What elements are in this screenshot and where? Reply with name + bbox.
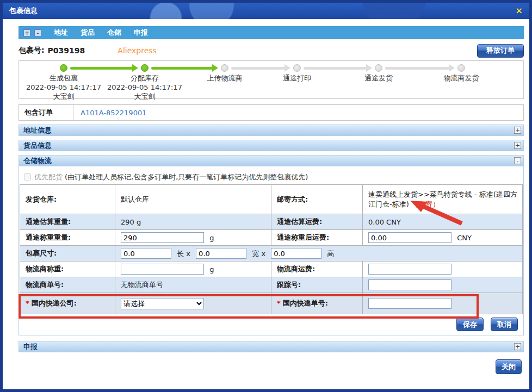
contained-order-label: 包含订单 xyxy=(19,105,73,120)
priority-note: (由订单处理人员标记,包含多订单时,只要有一笔订单标记为优先则整包裹优先) xyxy=(65,172,308,182)
carrier-fee-cell xyxy=(363,262,523,277)
package-size-label: 包裹尺寸: xyxy=(20,246,115,262)
step-dot-done xyxy=(141,64,149,72)
expand-all-icon[interactable]: + xyxy=(23,29,30,36)
est-weight-label: 通途估算重量: xyxy=(20,214,115,230)
postal-method-label: 邮寄方式: xyxy=(271,185,363,214)
tracking-number-cell xyxy=(363,277,523,293)
toolbar: + - 地址 货品 仓储 申报 xyxy=(18,26,524,39)
progress-arrow-pending xyxy=(231,67,285,70)
package-info-dialog: 包裹信息 × + - 地址 货品 仓储 申报 包裹号: P039198 Alie… xyxy=(0,0,532,392)
tracking-number-input[interactable] xyxy=(368,279,451,290)
domestic-number-label-cell: *国内快递单号: xyxy=(271,293,363,314)
domestic-number-input[interactable] xyxy=(368,298,451,309)
postal-self-send-flag: （自寄） xyxy=(411,200,440,208)
contained-order-link[interactable]: A101A-852219001 xyxy=(73,105,146,120)
step-dot-pending xyxy=(293,64,301,72)
domestic-company-label: 国内快递公司: xyxy=(32,299,77,307)
domestic-company-cell: 请选择 xyxy=(115,293,271,314)
collapse-all-icon[interactable]: - xyxy=(34,29,41,36)
dialog-content: + - 地址 货品 仓储 申报 包裹号: P039198 Aliexpress … xyxy=(3,19,529,374)
priority-row: 优先配货 (由订单处理人员标记,包含多订单时,只要有一笔订单标记为优先则整包裹优… xyxy=(20,170,523,184)
domestic-company-label-cell: *国内快递公司: xyxy=(20,293,115,314)
collapse-icon[interactable]: - xyxy=(514,157,521,164)
package-header-row: 包裹号: P039198 Aliexpress 释放订单 xyxy=(18,43,524,58)
sales-channel-label: Aliexpress xyxy=(117,46,157,55)
cancel-button[interactable]: 取消 xyxy=(491,318,518,331)
size-height-sep: 高 xyxy=(327,250,334,258)
section-goods-title: 货品信息 xyxy=(23,141,52,151)
section-declare-title: 申报 xyxy=(23,342,38,352)
size-length-sep: 长 x xyxy=(177,250,190,258)
carrier-number-value: 无物流商单号 xyxy=(115,277,271,293)
package-size-cell: 长 x 宽 x 高 xyxy=(115,246,523,262)
close-icon[interactable]: × xyxy=(516,7,523,15)
weighed-fee-input[interactable] xyxy=(368,232,451,243)
carrier-fee-input[interactable] xyxy=(368,264,451,275)
step-dot-done xyxy=(60,64,67,72)
release-order-button[interactable]: 释放订单 xyxy=(477,44,524,58)
section-warehouse-title: 仓储物流 xyxy=(23,156,52,166)
carrier-number-label: 物流商单号: xyxy=(20,277,115,293)
weight-unit: g xyxy=(209,234,214,242)
weighed-weight-input[interactable] xyxy=(121,232,204,243)
step-dot-pending xyxy=(457,64,465,72)
progress-arrow-done xyxy=(151,67,213,70)
toolbar-item-warehouse[interactable]: 仓储 xyxy=(107,28,121,38)
warehouse-form: 发货仓库: 默认仓库 邮寄方式: 速卖通线上发货>>菜鸟特货专线 - 标准(递四… xyxy=(20,184,523,314)
package-number-label: 包裹号: xyxy=(18,46,45,55)
carrier-weight-cell: g xyxy=(115,262,271,277)
step-date: 2022-09-05 14:17:17 xyxy=(96,83,194,92)
priority-label: 优先配货 xyxy=(34,172,63,182)
section-goods[interactable]: 货品信息 + xyxy=(18,140,524,151)
est-weight-value: 290 g xyxy=(115,214,271,230)
dialog-title: 包裹信息 xyxy=(9,6,38,16)
carrier-fee-label: 物流商运费: xyxy=(271,262,363,277)
expand-icon[interactable]: + xyxy=(514,142,521,149)
panel-buttons: 保存 取消 xyxy=(20,318,518,331)
step-dot-pending xyxy=(375,64,382,72)
weighed-fee-label: 通途称重后运费: xyxy=(271,230,363,246)
step-dot-pending xyxy=(221,64,228,72)
expand-icon[interactable]: + xyxy=(514,127,521,134)
weighed-weight-cell: g xyxy=(115,230,271,246)
section-warehouse[interactable]: 仓储物流 - xyxy=(18,155,524,166)
tracking-number-label: 跟踪号: xyxy=(271,277,363,293)
required-mark: * xyxy=(26,299,29,307)
toolbar-item-goods[interactable]: 货品 xyxy=(81,28,95,38)
size-length-input[interactable] xyxy=(121,248,171,259)
contained-order-row: 包含订单 A101A-852219001 xyxy=(18,104,524,121)
required-mark: * xyxy=(277,299,281,307)
close-button[interactable]: 关闭 xyxy=(496,359,522,374)
section-address-title: 地址信息 xyxy=(23,126,52,135)
ship-warehouse-label: 发货仓库: xyxy=(20,185,115,214)
expand-icon[interactable]: + xyxy=(514,343,521,350)
toolbar-item-declare[interactable]: 申报 xyxy=(134,28,148,38)
progress-tracker: 生成包裹 2022-09-05 14:17:17 大宝剑 分配库存 2022-0… xyxy=(18,60,524,99)
carrier-weight-unit: g xyxy=(209,265,214,273)
progress-arrow-pending xyxy=(304,67,367,70)
postal-method-value: 速卖通线上发货>>菜鸟特货专线 - 标准(递四方江门仓-标准) （自寄） xyxy=(363,185,523,214)
title-bar: 包裹信息 × xyxy=(3,3,529,19)
carrier-weight-label: 物流商称重: xyxy=(20,262,115,277)
carrier-weight-input[interactable] xyxy=(121,264,204,275)
est-fee-label: 通途估算运费: xyxy=(271,214,363,230)
size-height-input[interactable] xyxy=(271,248,321,259)
priority-checkbox xyxy=(24,173,31,181)
domestic-number-cell xyxy=(363,293,523,314)
progress-arrow-pending xyxy=(385,67,449,70)
postal-method-text: 速卖通线上发货>>菜鸟特货专线 - 标准(递四方江门仓-标准) xyxy=(368,190,517,208)
size-width-input[interactable] xyxy=(196,248,246,259)
ship-warehouse-value: 默认仓库 xyxy=(115,185,271,214)
progress-step: 物流商发货 xyxy=(412,74,510,83)
weighed-fee-cell: CNY xyxy=(363,230,523,246)
toolbar-item-address[interactable]: 地址 xyxy=(54,28,68,38)
dialog-footer: 关闭 xyxy=(18,359,524,374)
step-label: 物流商发货 xyxy=(412,74,510,83)
section-declare[interactable]: 申报 + xyxy=(18,341,524,352)
save-button[interactable]: 保存 xyxy=(456,318,484,331)
weighed-weight-label: 通途称重重量: xyxy=(20,230,115,246)
section-address[interactable]: 地址信息 + xyxy=(18,125,524,136)
domestic-company-select[interactable]: 请选择 xyxy=(121,298,204,309)
fee-currency: CNY xyxy=(457,234,472,242)
